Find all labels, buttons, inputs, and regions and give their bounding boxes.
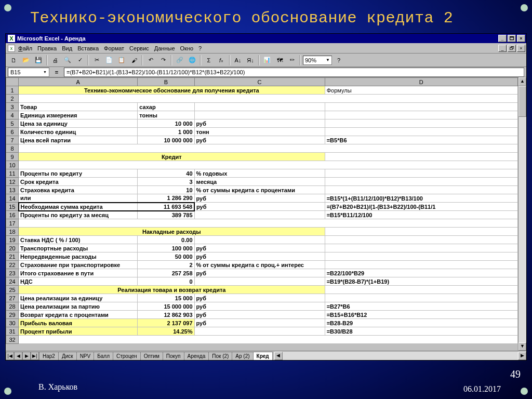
cell[interactable]: Процент прибыли bbox=[19, 327, 138, 336]
cell[interactable]: Ставка НДС ( % / 100) bbox=[19, 236, 138, 244]
cell[interactable]: =B22/100*B29 bbox=[325, 269, 517, 277]
cell[interactable]: руб bbox=[194, 269, 325, 277]
preview-icon[interactable]: 🔍 bbox=[62, 55, 73, 65]
row-header[interactable]: 13 bbox=[6, 186, 19, 194]
cell[interactable]: Прибыль валовая bbox=[19, 319, 138, 327]
cell[interactable]: тонн bbox=[194, 128, 325, 136]
save-icon[interactable]: 💾 bbox=[33, 55, 44, 65]
menu-window[interactable]: Окно bbox=[180, 45, 194, 51]
row-header[interactable]: 16 bbox=[6, 211, 19, 219]
row-header[interactable]: 2 bbox=[6, 95, 19, 103]
cell[interactable]: =B15*B11/12/100 bbox=[325, 211, 517, 219]
zoom-combo[interactable]: 90% ▼ bbox=[303, 56, 332, 65]
cell[interactable]: руб bbox=[194, 294, 325, 302]
menu-edit[interactable]: Правка bbox=[37, 45, 57, 51]
cell[interactable]: Единица измерения bbox=[19, 111, 138, 119]
cell[interactable]: Цена за единицу bbox=[19, 119, 138, 128]
cell[interactable]: Проценты по кредиту bbox=[19, 169, 138, 178]
cell[interactable]: Срок кредита bbox=[19, 178, 138, 186]
menu-tools[interactable]: Сервис bbox=[129, 45, 149, 51]
row-header[interactable]: 18 bbox=[6, 228, 19, 236]
tab-first-icon[interactable]: |◀ bbox=[6, 352, 14, 360]
cell[interactable]: 100 000 bbox=[138, 244, 194, 252]
cell[interactable]: руб bbox=[194, 136, 325, 144]
row-header[interactable]: 15 bbox=[6, 203, 19, 211]
section-header[interactable]: Реализация товара и возврат кредита bbox=[19, 286, 325, 294]
cell[interactable]: 15 000 bbox=[138, 294, 194, 302]
cell[interactable]: 2 137 097 bbox=[138, 319, 194, 327]
sheet-tab-active[interactable]: Кред bbox=[253, 352, 273, 360]
cell[interactable]: 257 258 bbox=[138, 269, 194, 277]
tab-next-icon[interactable]: ▶ bbox=[22, 352, 31, 360]
tab-prev-icon[interactable]: ◀ bbox=[14, 352, 22, 360]
scroll-up-icon[interactable]: ▲ bbox=[518, 77, 526, 86]
cell[interactable]: 15 000 000 bbox=[138, 302, 194, 311]
row-header[interactable]: 6 bbox=[6, 128, 19, 136]
sheet-tab[interactable]: Пок (2) bbox=[208, 352, 232, 360]
row-header[interactable]: 31 bbox=[6, 327, 19, 336]
scroll-track[interactable] bbox=[283, 352, 518, 360]
col-header-c[interactable]: C bbox=[194, 78, 325, 86]
row-header[interactable]: 14 bbox=[6, 194, 19, 203]
row-header[interactable]: 20 bbox=[6, 244, 19, 252]
cell[interactable]: 1 000 bbox=[138, 128, 194, 136]
drawing-icon[interactable]: ✏ bbox=[286, 55, 298, 65]
cell[interactable]: Необходимая сумма кредита bbox=[19, 203, 138, 211]
row-header[interactable]: 11 bbox=[6, 169, 19, 178]
row-header[interactable]: 17 bbox=[6, 219, 19, 228]
cell[interactable]: % годовых bbox=[194, 169, 325, 178]
section-header[interactable]: Технико-экономическое обоснование для по… bbox=[19, 86, 325, 95]
cell[interactable]: 0.00 bbox=[138, 236, 194, 244]
new-icon[interactable]: 🗋 bbox=[8, 55, 19, 65]
cell[interactable]: % от суммы кредита с проц.+ интерес bbox=[194, 261, 325, 269]
cell[interactable]: Количество единиц bbox=[19, 128, 138, 136]
tab-last-icon[interactable]: ▶| bbox=[31, 352, 39, 360]
cell[interactable]: Итого страхование в пути bbox=[19, 269, 138, 277]
row-header[interactable]: 12 bbox=[6, 178, 19, 186]
cell[interactable]: 2 bbox=[138, 261, 194, 269]
doc-minimize-button[interactable]: _ bbox=[498, 45, 507, 52]
cell[interactable]: Непредвиденные расходы bbox=[19, 252, 138, 261]
formula-input[interactable]: =(B7+B20+B21)/(1-(B13+B22)/100-(B11/12/1… bbox=[64, 68, 524, 77]
row-header[interactable]: 9 bbox=[6, 153, 19, 161]
sort-desc-icon[interactable]: Я↓ bbox=[245, 55, 256, 65]
row-header[interactable]: 4 bbox=[6, 111, 19, 119]
row-header[interactable]: 28 bbox=[6, 302, 19, 311]
cell[interactable]: =B15+B16*B12 bbox=[325, 311, 517, 319]
select-all-corner[interactable] bbox=[6, 78, 19, 86]
sheet-tab[interactable]: Балл bbox=[94, 352, 113, 360]
minimize-button[interactable]: _ bbox=[498, 35, 507, 42]
row-header[interactable]: 23 bbox=[6, 269, 19, 277]
sheet-tab[interactable]: Ар (2) bbox=[232, 352, 253, 360]
row-header[interactable]: 10 bbox=[6, 161, 19, 169]
menu-help[interactable]: ? bbox=[198, 45, 202, 51]
row-header[interactable]: 21 bbox=[6, 252, 19, 261]
row-header[interactable]: 3 bbox=[6, 103, 19, 111]
menu-data[interactable]: Данные bbox=[154, 45, 175, 51]
cell[interactable]: или bbox=[19, 194, 138, 203]
scroll-track[interactable] bbox=[518, 86, 526, 342]
print-icon[interactable]: 🖨 bbox=[49, 55, 61, 65]
row-header[interactable]: 32 bbox=[6, 336, 19, 344]
row-header[interactable]: 22 bbox=[6, 261, 19, 269]
cell[interactable]: 0 bbox=[138, 277, 194, 286]
cell[interactable]: 10 000 bbox=[138, 119, 194, 128]
cell[interactable]: =B28-B29 bbox=[325, 319, 517, 327]
row-header[interactable]: 29 bbox=[6, 311, 19, 319]
menu-view[interactable]: Вид bbox=[62, 45, 72, 51]
undo-icon[interactable]: ↶ bbox=[145, 55, 156, 65]
cell[interactable]: =B30/B28 bbox=[325, 327, 517, 336]
row-header[interactable]: 7 bbox=[6, 136, 19, 144]
map-icon[interactable]: 🗺 bbox=[274, 55, 285, 65]
sheet-tab[interactable]: Покуп bbox=[163, 352, 184, 360]
titlebar[interactable]: X Microsoft Excel - Аренда _ 🗖 × bbox=[6, 34, 526, 43]
sort-asc-icon[interactable]: A↓ bbox=[232, 55, 244, 65]
col-header-a[interactable]: A bbox=[19, 78, 138, 86]
cell[interactable]: Цена реализации за партию bbox=[19, 302, 138, 311]
sheet-tab[interactable]: Диск bbox=[58, 352, 77, 360]
cell[interactable]: Транспортные расходы bbox=[19, 244, 138, 252]
cell[interactable]: Товар bbox=[19, 103, 138, 111]
open-icon[interactable]: 📂 bbox=[20, 55, 32, 65]
active-cell[interactable]: 11 693 548 bbox=[138, 203, 194, 211]
row-header[interactable]: 8 bbox=[6, 144, 19, 153]
